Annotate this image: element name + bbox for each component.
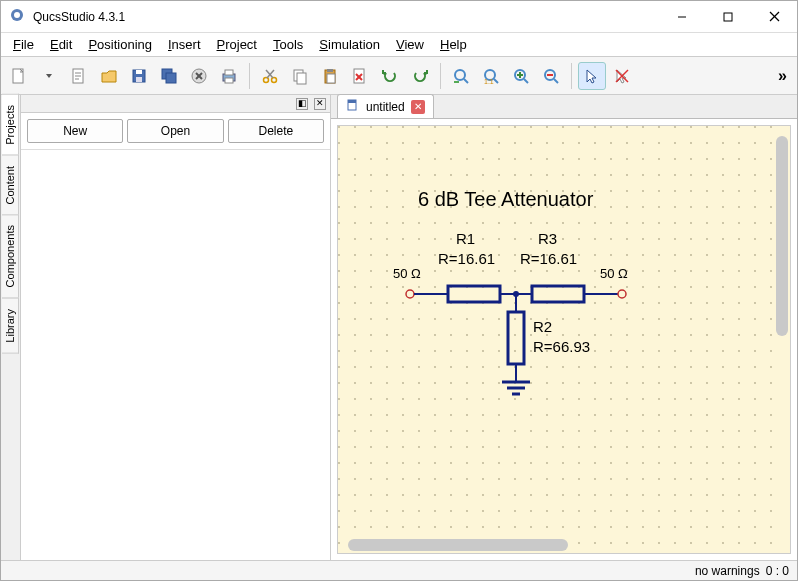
side-tab-components[interactable]: Components	[2, 214, 19, 298]
svg-rect-31	[327, 74, 335, 83]
select-tool-button[interactable]	[578, 62, 606, 90]
new-dropdown-button[interactable]	[35, 62, 63, 90]
paste-button[interactable]	[316, 62, 344, 90]
svg-rect-30	[327, 69, 333, 72]
close-button[interactable]	[751, 1, 797, 33]
port-right-label: 50 Ω	[600, 266, 628, 281]
menu-tools[interactable]: Tools	[265, 35, 311, 54]
svg-line-39	[494, 79, 498, 83]
title-bar: QucsStudio 4.3.1	[1, 1, 797, 33]
cut-button[interactable]	[256, 62, 284, 90]
canvas-horizontal-scrollbar[interactable]	[348, 539, 568, 551]
zoom-100-button[interactable]: 1:1	[477, 62, 505, 90]
r1-value: R=16.61	[438, 250, 495, 267]
svg-line-26	[266, 70, 273, 78]
svg-rect-14	[136, 77, 142, 82]
save-button[interactable]	[125, 62, 153, 90]
new-text-button[interactable]	[65, 62, 93, 90]
redo-button[interactable]	[406, 62, 434, 90]
menu-project[interactable]: Project	[209, 35, 265, 54]
undo-button[interactable]	[376, 62, 404, 90]
menu-simulation[interactable]: Simulation	[311, 35, 388, 54]
panel-delete-button[interactable]: Delete	[228, 119, 324, 143]
panel-float-button[interactable]: ◧	[296, 98, 308, 110]
copy-button[interactable]	[286, 62, 314, 90]
document-tab-label: untitled	[366, 100, 405, 114]
app-window: QucsStudio 4.3.1 FileEditPositioningInse…	[0, 0, 798, 581]
panel-new-button[interactable]: New	[27, 119, 123, 143]
document-tab-untitled[interactable]: untitled ✕	[337, 94, 434, 118]
editor-area: untitled ✕ 6 dB Tee Attenuator	[331, 95, 797, 560]
canvas-wrap: 6 dB Tee Attenuator 50 Ω R1 R=16.61	[331, 119, 797, 560]
projects-panel: ◧ ✕ New Open Delete	[21, 95, 331, 560]
svg-rect-13	[136, 70, 142, 74]
svg-rect-22	[225, 78, 233, 83]
menu-positioning[interactable]: Positioning	[80, 35, 160, 54]
document-icon	[346, 98, 360, 115]
panel-open-button[interactable]: Open	[127, 119, 223, 143]
menu-file[interactable]: File	[5, 35, 42, 54]
app-icon	[9, 7, 25, 27]
svg-rect-3	[724, 13, 732, 21]
svg-line-25	[267, 70, 274, 78]
document-tab-bar: untitled ✕	[331, 95, 797, 119]
svg-text:1:1: 1:1	[484, 78, 494, 85]
r3-name: R3	[538, 230, 557, 247]
new-file-button[interactable]	[5, 62, 33, 90]
r1-name: R1	[456, 230, 475, 247]
canvas-vertical-scrollbar[interactable]	[776, 136, 788, 336]
menu-bar: FileEditPositioningInsertProjectToolsSim…	[1, 33, 797, 57]
zoom-out-button[interactable]	[537, 62, 565, 90]
save-all-button[interactable]	[155, 62, 183, 90]
status-coords: 0 : 0	[766, 564, 789, 578]
print-button[interactable]	[215, 62, 243, 90]
svg-line-42	[524, 79, 528, 83]
minimize-button[interactable]	[659, 1, 705, 33]
port-left-label: 50 Ω	[393, 266, 421, 281]
open-button[interactable]	[95, 62, 123, 90]
delete-button[interactable]	[346, 62, 374, 90]
panel-close-button[interactable]: ✕	[314, 98, 326, 110]
zoom-fit-button[interactable]	[447, 62, 475, 90]
r2-value: R=66.93	[533, 338, 590, 355]
status-warnings: no warnings	[695, 564, 760, 578]
menu-edit[interactable]: Edit	[42, 35, 80, 54]
svg-point-35	[455, 70, 465, 80]
svg-line-36	[464, 79, 468, 83]
schematic-title: 6 dB Tee Attenuator	[418, 188, 594, 210]
svg-rect-51	[348, 100, 356, 103]
r2-name: R2	[533, 318, 552, 335]
menu-view[interactable]: View	[388, 35, 432, 54]
svg-rect-37	[454, 81, 459, 83]
panel-header: ◧ ✕	[21, 95, 330, 113]
main-body: Projects Content Components Library ◧ ✕ …	[1, 95, 797, 560]
svg-rect-21	[225, 70, 233, 75]
schematic-canvas[interactable]: 6 dB Tee Attenuator 50 Ω R1 R=16.61	[337, 125, 791, 554]
maximize-button[interactable]	[705, 1, 751, 33]
document-tab-close-button[interactable]: ✕	[411, 100, 425, 114]
menu-help[interactable]: Help	[432, 35, 475, 54]
window-title: QucsStudio 4.3.1	[33, 10, 125, 24]
svg-rect-28	[297, 73, 306, 84]
side-tab-content[interactable]: Content	[2, 155, 19, 216]
side-tab-projects[interactable]: Projects	[2, 94, 19, 156]
r3-value: R=16.61	[520, 250, 577, 267]
main-toolbar: 1:1 »	[1, 57, 797, 95]
zoom-in-button[interactable]	[507, 62, 535, 90]
close-file-button[interactable]	[185, 62, 213, 90]
projects-list[interactable]	[21, 149, 330, 560]
deselect-tool-button[interactable]	[608, 62, 636, 90]
side-tab-strip: Projects Content Components Library	[1, 95, 21, 560]
svg-line-46	[554, 79, 558, 83]
svg-marker-7	[46, 74, 52, 78]
side-tab-library[interactable]: Library	[2, 298, 19, 354]
menu-insert[interactable]: Insert	[160, 35, 209, 54]
svg-point-1	[14, 12, 20, 18]
status-bar: no warnings 0 : 0	[1, 560, 797, 580]
svg-rect-16	[166, 73, 176, 83]
toolbar-overflow-button[interactable]: »	[772, 67, 793, 85]
